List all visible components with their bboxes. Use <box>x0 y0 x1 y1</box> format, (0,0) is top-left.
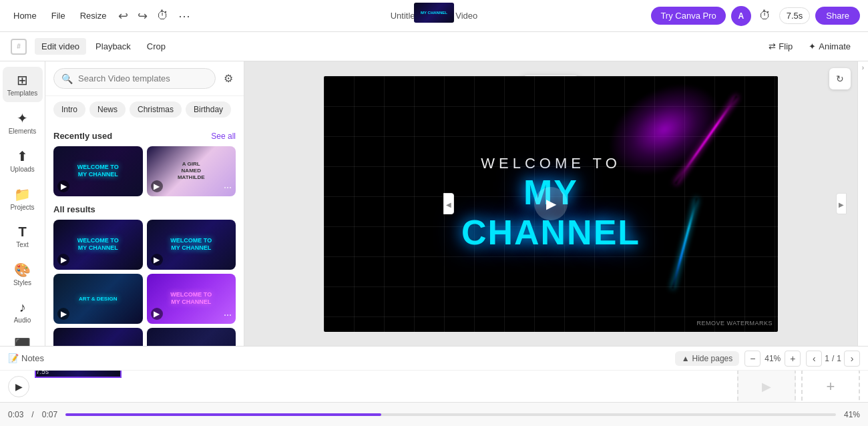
timeline-play-button[interactable]: ▶ <box>8 376 29 397</box>
play-icon: ▶ <box>151 308 163 320</box>
template-text: WELCOME TOMY CHANNEL <box>170 291 212 306</box>
top-bar-right: Try Canva Pro A ⏱ 7.5s Share <box>650 6 860 26</box>
try-canva-button[interactable]: Try Canva Pro <box>651 7 725 25</box>
pill-news[interactable]: News <box>89 101 126 118</box>
template-text: A GIRLNAMEDMATHILDE <box>178 161 205 182</box>
canvas-area: ↻ 🗑 ⋯ WELCOME TO MY CHANNEL ▶ <box>244 61 857 346</box>
try-canva-label: Try Canva Pro <box>660 11 716 21</box>
all-results-section: All results <box>53 204 236 214</box>
timeline-clip-empty[interactable]: ▶ <box>737 371 796 402</box>
main-area: ⊞ Templates ✦ Elements ⬆ Uploads 📁 Proje… <box>0 61 868 346</box>
playback-percent: 41% <box>844 410 860 419</box>
add-scene-button[interactable]: + <box>801 371 860 402</box>
see-all-button[interactable]: See all <box>211 132 236 141</box>
sidebar-item-background[interactable]: ⬛ Background <box>3 332 43 346</box>
share-button[interactable]: Share <box>815 7 860 25</box>
crop-button[interactable]: Crop <box>140 38 172 55</box>
redo-button[interactable]: ↪ <box>135 6 150 26</box>
styles-label: Styles <box>13 279 31 286</box>
progress-bar[interactable] <box>65 413 836 416</box>
file-button[interactable]: File <box>46 8 71 23</box>
recently-used-grid: WELCOME TOMY CHANNEL ▶ A GIRLNAMEDMATHIL… <box>53 146 236 196</box>
zoom-controls: − 41% + <box>744 351 801 367</box>
timeline-tracks: ▶ MY CHANNEL 7.5s ▶ + <box>0 371 868 402</box>
styles-icon: 🎨 <box>14 262 31 278</box>
prev-page-button[interactable]: ‹ <box>806 351 822 367</box>
uploads-label: Uploads <box>10 166 35 173</box>
search-bar: 🔍 ⚙ <box>45 61 244 96</box>
flip-icon: ⇄ <box>769 41 776 51</box>
audio-icon: ♪ <box>19 300 26 315</box>
sidebar-item-templates[interactable]: ⊞ Templates <box>3 67 43 102</box>
animate-button[interactable]: ✦ Animate <box>802 38 857 55</box>
template-card-5[interactable]: WELCOME ▶ ⋯ <box>53 328 143 346</box>
pill-christmas[interactable]: Christmas <box>130 101 182 118</box>
notes-button[interactable]: 📝 Notes <box>8 353 44 363</box>
hide-right-panel-button[interactable]: ▶ <box>836 193 847 214</box>
chevron-left-icon: ◀ <box>446 201 451 208</box>
pill-intro[interactable]: Intro <box>53 101 85 118</box>
sidebar-icons: ⊞ Templates ✦ Elements ⬆ Uploads 📁 Proje… <box>0 61 45 346</box>
timer2-button[interactable]: ⏱ <box>756 6 774 25</box>
zoom-in-button[interactable]: + <box>785 351 801 367</box>
sidebar-item-text[interactable]: T Text <box>3 219 43 254</box>
filter-button[interactable]: ⚙ <box>221 69 236 87</box>
template-card-4[interactable]: WELCOME TOMY CHANNEL ▶ ⋯ <box>147 274 236 324</box>
templates-icon: ⊞ <box>17 72 28 88</box>
next-page-button[interactable]: › <box>844 351 860 367</box>
sidebar-item-projects[interactable]: 📁 Projects <box>3 181 43 216</box>
refresh-canvas-button[interactable]: ↻ <box>829 68 851 89</box>
play-icon: ▶ <box>57 180 69 192</box>
left-panel: 🔍 ⚙ Intro News Christmas Birthday Recent… <box>45 61 244 346</box>
more-options-button[interactable]: ⋯ <box>176 6 193 26</box>
remove-watermarks-label[interactable]: REMOVE WATERMARKS <box>696 320 773 327</box>
uploads-icon: ⬆ <box>17 148 28 164</box>
top-bar-left: Home File Resize ↩ ↪ ⏱ ⋯ <box>8 6 218 26</box>
projects-icon: 📁 <box>14 186 31 202</box>
canvas-video[interactable]: WELCOME TO MY CHANNEL ▶ REMOVE WATERMARK… <box>324 76 778 332</box>
template-card-3[interactable]: ART & DESIGN ▶ <box>53 274 143 324</box>
hide-pages-button[interactable]: ▲ Hide pages <box>675 351 740 366</box>
notes-icon: 📝 <box>8 353 19 363</box>
right-panel[interactable]: › <box>857 61 868 346</box>
canvas-wrapper: 🗑 ⋯ WELCOME TO MY CHANNEL ▶ REMOVE WATER… <box>244 61 857 346</box>
hide-left-panel-button[interactable]: ◀ <box>443 193 454 214</box>
no-background-icon[interactable]: # <box>11 39 27 55</box>
resize-button[interactable]: Resize <box>75 8 112 23</box>
canvas-play-button[interactable]: ▶ <box>534 187 568 220</box>
sidebar-item-styles[interactable]: 🎨 Styles <box>3 256 43 292</box>
sidebar-item-elements[interactable]: ✦ Elements <box>3 105 43 140</box>
flip-button[interactable]: ⇄ Flip <box>762 38 799 55</box>
template-card-recent-1[interactable]: WELCOME TOMY CHANNEL ▶ <box>53 146 143 196</box>
sidebar-item-audio[interactable]: ♪ Audio <box>3 294 43 329</box>
timer-button[interactable]: ⏱ <box>154 6 172 25</box>
template-card-1[interactable]: WELCOME TOMY CHANNEL ▶ <box>53 220 143 270</box>
avatar[interactable]: A <box>731 6 751 26</box>
page-counter: ‹ 1 / 1 › <box>806 351 860 367</box>
template-card-2[interactable]: WELCOME TOMY CHANNEL ▶ <box>147 220 236 270</box>
projects-label: Projects <box>10 204 34 211</box>
template-text: WELCOME TOMY CHANNEL <box>77 164 119 179</box>
all-results-grid: WELCOME TOMY CHANNEL ▶ WELCOME TOMY CHAN… <box>53 220 236 346</box>
timeline-clip-active[interactable]: MY CHANNEL 7.5s <box>35 371 122 378</box>
edit-video-button[interactable]: Edit video <box>35 38 86 55</box>
search-input[interactable] <box>53 68 216 89</box>
edit-bar: # Edit video Playback Crop ⇄ Flip ✦ Anim… <box>0 32 868 61</box>
playback-button[interactable]: Playback <box>89 38 138 55</box>
template-card-6[interactable]: INTRODUCING ▶ ⋯ <box>147 328 236 346</box>
duration-badge[interactable]: 7.5s <box>779 7 811 24</box>
recently-used-section: Recently used See all <box>53 131 236 141</box>
template-card-recent-2[interactable]: A GIRLNAMEDMATHILDE ▶ ⋯ <box>147 146 236 196</box>
pill-birthday[interactable]: Birthday <box>186 101 231 118</box>
template-text: ART & DESIGN <box>79 296 117 302</box>
panel-content: Recently used See all WELCOME TOMY CHANN… <box>45 123 244 346</box>
timeline-toolbar: 📝 Notes ▲ Hide pages − 41% + ‹ 1 / 1 › <box>0 347 868 371</box>
undo-button[interactable]: ↩ <box>116 6 131 26</box>
neon-line-cyan <box>672 198 698 288</box>
text-icon: T <box>18 224 26 240</box>
sidebar-item-uploads[interactable]: ⬆ Uploads <box>3 143 43 178</box>
home-button[interactable]: Home <box>8 8 42 23</box>
page-number: 1 <box>825 354 829 363</box>
zoom-out-button[interactable]: − <box>744 351 761 367</box>
text-label: Text <box>16 241 28 248</box>
